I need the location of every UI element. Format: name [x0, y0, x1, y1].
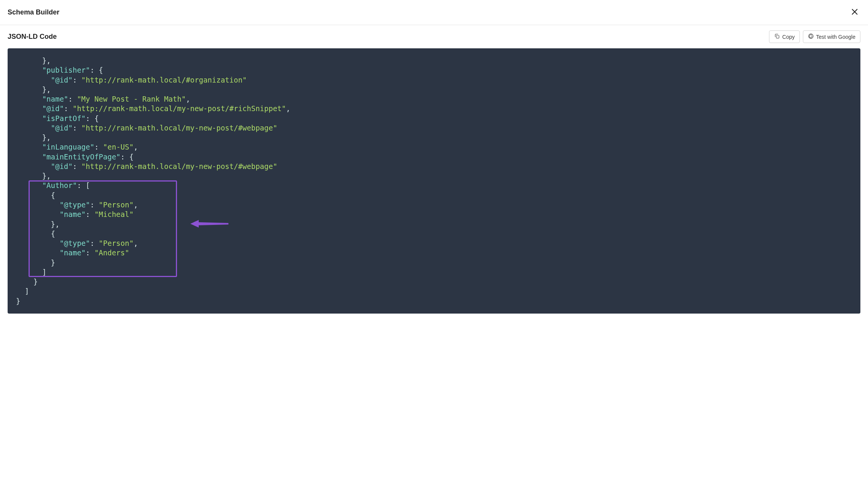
code-line: "name": "My New Post - Rank Math", — [16, 95, 190, 103]
test-google-button-label: Test with Google — [816, 34, 856, 40]
modal-title: Schema Builder — [8, 8, 59, 16]
svg-rect-2 — [776, 35, 779, 38]
code-line: "@id": "http://rank-math.local/#organiza… — [16, 76, 247, 84]
code-line: }, — [16, 85, 51, 94]
code-line: }, — [16, 56, 51, 65]
close-button[interactable] — [849, 6, 860, 19]
code-line: "mainEntityOfPage": { — [16, 153, 134, 161]
copy-button[interactable]: Copy — [769, 30, 800, 43]
code-line: "publisher": { — [16, 66, 103, 74]
modal-header: Schema Builder — [0, 0, 868, 25]
code-line: ] — [16, 268, 46, 276]
code-line: "Author": [ — [16, 181, 90, 190]
code-line: } — [16, 258, 55, 267]
code-line: "inLanguage": "en-US", — [16, 143, 138, 151]
test-google-button[interactable]: Test with Google — [803, 30, 861, 43]
code-line: "@id": "http://rank-math.local/my-new-po… — [16, 162, 277, 170]
code-line: "@id": "http://rank-math.local/my-new-po… — [16, 124, 277, 132]
copy-button-label: Copy — [782, 34, 795, 40]
code-title: JSON-LD Code — [8, 33, 57, 41]
code-content: }, "publisher": { "@id": "http://rank-ma… — [16, 56, 852, 306]
code-line: ] — [16, 287, 29, 295]
subheader-actions: Copy Test with Google — [769, 30, 860, 43]
code-line: "@type": "Person", — [16, 239, 138, 247]
code-line: }, — [16, 133, 51, 142]
close-icon — [850, 8, 859, 17]
code-line: } — [16, 277, 38, 286]
code-line: "name": "Micheal" — [16, 210, 134, 218]
code-line: "@type": "Person", — [16, 201, 138, 209]
code-line: "@id": "http://rank-math.local/my-new-po… — [16, 104, 290, 113]
code-line: "name": "Anders" — [16, 248, 129, 257]
code-line: } — [16, 297, 20, 305]
google-icon — [808, 33, 814, 40]
subheader: JSON-LD Code Copy Test with Google — [0, 25, 868, 48]
code-line: { — [16, 191, 55, 199]
code-block[interactable]: }, "publisher": { "@id": "http://rank-ma… — [8, 48, 860, 314]
code-line: }, — [16, 220, 59, 228]
code-line: { — [16, 229, 55, 238]
code-line: }, — [16, 172, 51, 180]
code-line: "isPartOf": { — [16, 114, 99, 123]
copy-icon — [774, 33, 780, 40]
